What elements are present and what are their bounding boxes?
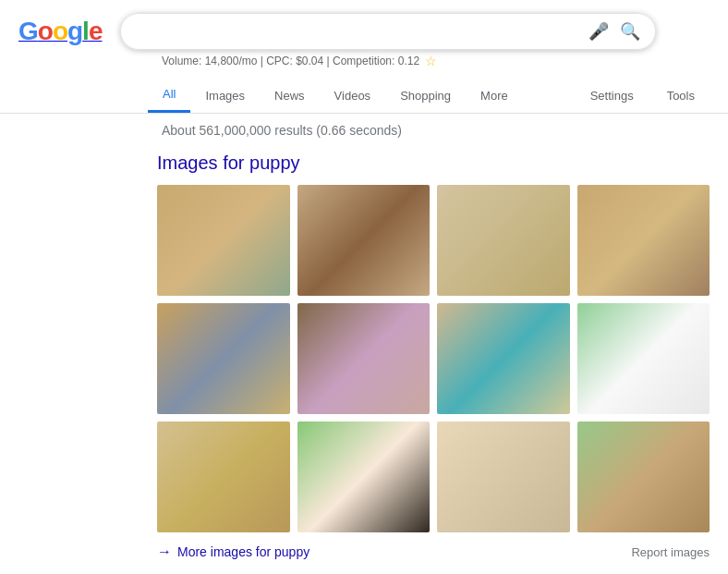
- more-images-bar: → More images for puppy Report images: [157, 543, 728, 574]
- image-cell-11[interactable]: [437, 421, 570, 532]
- image-cell-8[interactable]: [577, 303, 710, 414]
- image-cell-6[interactable]: [297, 303, 431, 414]
- arrow-right-icon: →: [157, 543, 172, 560]
- tab-more[interactable]: More: [466, 79, 523, 112]
- tab-news[interactable]: News: [260, 79, 320, 112]
- tab-settings[interactable]: Settings: [576, 79, 649, 112]
- more-images-text: More images for puppy: [177, 544, 309, 559]
- tab-all[interactable]: All: [148, 78, 190, 113]
- google-logo[interactable]: Google: [18, 17, 102, 46]
- star-icon[interactable]: ☆: [425, 54, 437, 68]
- search-submit-icon[interactable]: 🔍: [620, 21, 640, 42]
- nav-bar: All Images News Videos Shopping More Set…: [0, 72, 728, 114]
- tab-tools[interactable]: Tools: [652, 79, 710, 112]
- image-cell-10[interactable]: [297, 421, 431, 532]
- results-count-text: About 561,000,000 results (0.66 seconds): [162, 123, 402, 138]
- tab-shopping[interactable]: Shopping: [385, 79, 466, 112]
- image-cell-5[interactable]: [157, 303, 290, 414]
- report-images-link[interactable]: Report images: [631, 545, 710, 559]
- more-images-link[interactable]: → More images for puppy: [157, 543, 309, 560]
- tab-images[interactable]: Images: [190, 79, 260, 112]
- search-box: puppy 🎤 🔍: [120, 13, 656, 50]
- tab-videos[interactable]: Videos: [320, 79, 386, 112]
- results-count: About 561,000,000 results (0.66 seconds): [162, 123, 728, 138]
- images-heading: Images for puppy: [157, 153, 710, 174]
- image-cell-7[interactable]: [437, 303, 570, 414]
- image-grid-row-3: [157, 421, 710, 532]
- image-cell-1[interactable]: [157, 185, 290, 296]
- image-grid-row-1: [157, 185, 710, 296]
- image-grid-row-2: [157, 303, 710, 414]
- keyword-stats: Volume: 14,800/mo | CPC: $0.04 | Competi…: [162, 50, 728, 72]
- image-cell-3[interactable]: [437, 185, 570, 296]
- image-cell-9[interactable]: [157, 421, 290, 532]
- image-cell-12[interactable]: [577, 421, 710, 532]
- image-cell-2[interactable]: [297, 185, 431, 296]
- images-section: Images for puppy: [157, 153, 710, 532]
- search-input[interactable]: puppy: [136, 23, 588, 40]
- keyword-stats-text: Volume: 14,800/mo | CPC: $0.04 | Competi…: [162, 55, 419, 67]
- mic-icon[interactable]: 🎤: [588, 21, 609, 42]
- image-cell-4[interactable]: [577, 185, 710, 296]
- header: Google puppy 🎤 🔍: [0, 0, 728, 50]
- images-heading-link[interactable]: Images for puppy: [157, 153, 300, 173]
